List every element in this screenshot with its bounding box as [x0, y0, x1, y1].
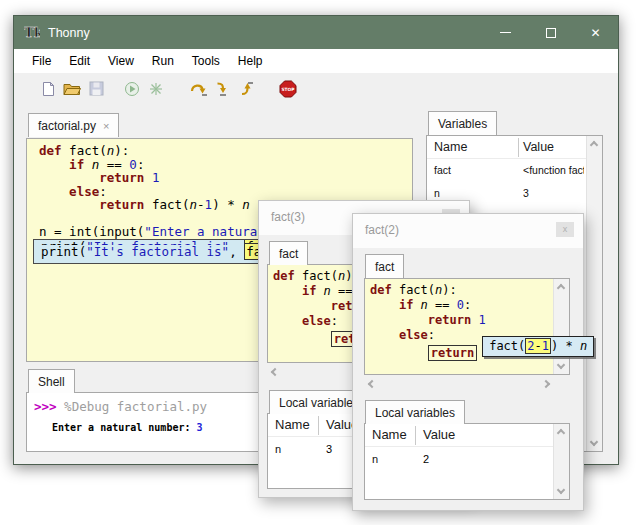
menu-run[interactable]: Run: [143, 50, 183, 72]
save-icon: [89, 81, 104, 96]
step-over-icon: [189, 81, 208, 96]
variables-header: Name Value: [427, 136, 602, 159]
shell-tab-label: Shell: [38, 375, 65, 389]
titlebar[interactable]: Tk Thonny ✕: [14, 16, 618, 49]
step-over-button[interactable]: [186, 77, 210, 101]
locals-tab-label: Local variables: [375, 406, 455, 420]
var-name: fact: [434, 164, 451, 176]
locals-tab-label: Local variables: [279, 396, 359, 410]
var-name: n: [434, 187, 440, 199]
stop-icon: STOP: [279, 80, 297, 98]
window-title: Thonny: [48, 26, 90, 40]
local-variables-table: Name Value n 2: [364, 423, 570, 500]
locals-header: Name Value: [365, 424, 569, 447]
column-name[interactable]: Name: [372, 427, 407, 442]
stop-button[interactable]: STOP: [276, 77, 300, 101]
stdin-echo: 3: [197, 422, 203, 433]
scroll-right-icon[interactable]: [542, 380, 550, 388]
tab-close-icon[interactable]: ×: [103, 120, 109, 132]
menubar: File Edit View Run Tools Help: [14, 49, 618, 73]
dialog-close-button[interactable]: x: [556, 222, 574, 237]
scroll-left-icon[interactable]: [368, 380, 376, 388]
screen: Tk Thonny ✕ File Edit View Run Tools Hel…: [0, 0, 637, 525]
open-file-button[interactable]: [60, 77, 84, 101]
tab-fact[interactable]: fact: [365, 254, 404, 278]
column-name[interactable]: Name: [275, 417, 310, 432]
svg-text:Tk: Tk: [24, 25, 40, 40]
open-folder-icon: [63, 81, 81, 96]
run-button[interactable]: [120, 77, 144, 101]
menu-help[interactable]: Help: [229, 50, 272, 72]
column-value[interactable]: Value: [523, 140, 554, 154]
maximize-icon: [546, 28, 556, 38]
editor-tab-label: factorial.py: [38, 119, 96, 133]
function-call-window-fact2: fact(2) x fact def fact(n): if n == 0: r…: [352, 213, 584, 511]
menu-file[interactable]: File: [23, 50, 60, 72]
variables-tab-label: Variables: [438, 117, 487, 131]
scrollbar[interactable]: [553, 279, 569, 374]
tab-fact[interactable]: fact: [269, 241, 308, 265]
scrollbar[interactable]: [553, 424, 569, 499]
scroll-left-icon[interactable]: [271, 368, 279, 376]
scroll-up-icon[interactable]: [590, 141, 598, 149]
scroll-down-icon[interactable]: [557, 486, 565, 494]
close-button[interactable]: ✕: [573, 16, 618, 49]
svg-text:STOP: STOP: [281, 86, 295, 91]
table-row[interactable]: fact <function fact a: [427, 159, 602, 182]
minimize-icon: [500, 32, 511, 33]
dialog-title: fact(2): [365, 223, 399, 237]
step-out-button[interactable]: [234, 77, 258, 101]
horizontal-scrollbar[interactable]: [364, 377, 570, 391]
var-value: 2: [423, 453, 429, 465]
tab-factorial-py[interactable]: factorial.py×: [28, 113, 119, 137]
scroll-down-icon[interactable]: [557, 361, 565, 369]
new-file-button[interactable]: [36, 77, 60, 101]
var-value: 3: [523, 187, 584, 199]
column-value[interactable]: Value: [423, 427, 455, 442]
run-icon: [124, 81, 140, 97]
tab-variables[interactable]: Variables: [428, 111, 497, 135]
var-value: <function fact a: [523, 164, 584, 176]
step-out-icon: [238, 81, 254, 96]
var-name: n: [372, 453, 378, 465]
column-separator[interactable]: [518, 138, 519, 157]
step-into-button[interactable]: [210, 77, 234, 101]
tab-shell[interactable]: Shell: [28, 369, 75, 393]
scroll-up-icon[interactable]: [557, 284, 565, 292]
column-separator[interactable]: [415, 426, 416, 445]
var-value: 3: [326, 443, 332, 455]
window-controls: ✕: [483, 16, 618, 49]
save-file-button[interactable]: [84, 77, 108, 101]
shell-command: %Debug factorial.py: [64, 399, 207, 414]
scroll-down-icon[interactable]: [590, 438, 598, 446]
frame-tab-label: fact: [375, 260, 394, 274]
scrollbar[interactable]: [586, 136, 602, 451]
new-file-icon: [41, 81, 56, 97]
minimize-button[interactable]: [483, 16, 528, 49]
debug-button[interactable]: [144, 77, 168, 101]
dialog-title: fact(3): [271, 210, 305, 224]
app-icon: Tk: [24, 25, 40, 41]
frame-tab-label: fact: [279, 247, 298, 261]
stdout-text: Enter a natural number:: [52, 422, 197, 433]
var-name: n: [275, 443, 281, 455]
dialog-titlebar[interactable]: fact(2) x: [353, 214, 583, 248]
maximize-button[interactable]: [528, 16, 573, 49]
column-separator[interactable]: [318, 416, 319, 435]
shell-prompt: >>>: [34, 399, 64, 414]
table-row[interactable]: n 2: [365, 447, 569, 470]
frame-code[interactable]: def fact(n): if n == 0: return 1 else: r…: [365, 279, 569, 364]
menu-edit[interactable]: Edit: [60, 50, 99, 72]
frame-code-view[interactable]: def fact(n): if n == 0: return 1 else: r…: [364, 278, 570, 375]
toolbar: STOP: [14, 73, 618, 104]
step-into-icon: [214, 81, 230, 96]
menu-view[interactable]: View: [99, 50, 143, 72]
tab-local-variables[interactable]: Local variables: [365, 400, 465, 424]
menu-tools[interactable]: Tools: [183, 50, 229, 72]
debug-icon: [148, 81, 164, 97]
scroll-up-icon[interactable]: [557, 429, 565, 437]
column-name[interactable]: Name: [434, 140, 467, 154]
